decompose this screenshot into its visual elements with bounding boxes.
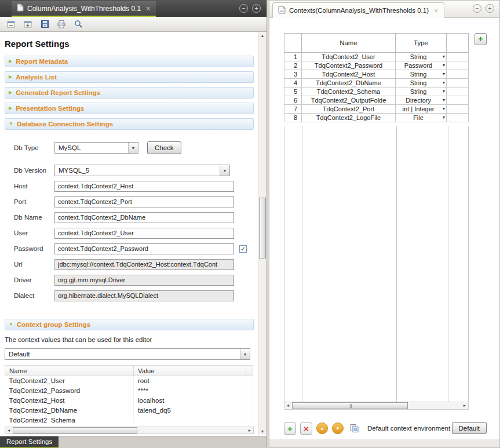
chevron-down-icon[interactable]: ▾: [443, 106, 445, 111]
context-type-cell[interactable]: String▾: [396, 88, 447, 96]
section-report-metadata[interactable]: ▶ Report Metadata: [5, 56, 254, 67]
host-input[interactable]: [54, 181, 234, 192]
context-type-cell[interactable]: Directory▾: [396, 96, 447, 105]
tab-column-analysis-report[interactable]: ColumnAnalysis_WithThresholds 0.1 ×: [12, 1, 156, 17]
context-name-cell[interactable]: TdqContext2_DbName: [302, 79, 396, 88]
column-header-value[interactable]: Value: [134, 366, 246, 376]
context-type-cell[interactable]: int | Integer▾: [396, 105, 447, 114]
move-up-button[interactable]: ▲: [316, 422, 328, 434]
password-input[interactable]: [54, 243, 234, 254]
scroll-down-icon[interactable]: ▼: [258, 428, 267, 435]
table-row: 7 TdqContext2_Port int | Integer▾: [284, 105, 469, 114]
contexts-table: Name Type 1 TdqContext2_User String▾ 2 T…: [284, 33, 469, 122]
remove-variable-button[interactable]: ×: [300, 422, 312, 435]
port-input[interactable]: [54, 196, 234, 207]
empty-cell: [447, 88, 469, 96]
context-name-cell[interactable]: TdqContext2_OutputFolde: [302, 96, 396, 105]
maximize-icon[interactable]: +: [486, 4, 494, 13]
minimize-icon[interactable]: −: [239, 4, 248, 13]
row-number-cell: 5: [284, 88, 302, 96]
chevron-down-icon[interactable]: ▾: [443, 80, 445, 85]
save-icon[interactable]: [39, 19, 50, 30]
context-name-cell[interactable]: TdqContext2_LogoFile: [302, 114, 396, 122]
context-name-cell[interactable]: TdqContext2_Port: [302, 105, 396, 114]
context-name-cell[interactable]: TdqContext2_Password: [302, 61, 396, 70]
add-context-button[interactable]: +: [475, 33, 487, 45]
context-value-cell[interactable]: root: [134, 376, 246, 386]
context-value-cell[interactable]: ****: [134, 386, 246, 396]
password-checkbox[interactable]: ✓: [239, 245, 247, 253]
context-environment-value: Default: [9, 351, 30, 358]
scroll-left-icon[interactable]: ◄: [5, 427, 12, 434]
scrollbar-thumb[interactable]: [292, 402, 408, 409]
section-presentation-settings[interactable]: ▶ Presentation Settings: [5, 103, 254, 114]
tab-title: Contexts(ColumnAnalysis_WithThresholds 0…: [289, 7, 429, 14]
minimize-icon[interactable]: −: [473, 4, 481, 13]
expand-all-icon[interactable]: [23, 19, 33, 30]
user-input[interactable]: [54, 228, 234, 239]
context-name-cell[interactable]: TdqContext2_Schema: [302, 88, 396, 96]
chevron-right-icon: ▶: [9, 75, 12, 79]
db-type-row: Db Type MySQL ▼ Check: [14, 141, 257, 155]
chevron-down-icon[interactable]: ▼: [220, 165, 229, 176]
context-type-cell[interactable]: File▾: [396, 114, 447, 122]
zoom-icon[interactable]: [73, 19, 83, 30]
context-type-cell[interactable]: String▾: [396, 79, 447, 88]
context-value-cell[interactable]: localhost: [134, 396, 246, 406]
horizontal-scrollbar[interactable]: ◄ ►: [284, 402, 469, 410]
tab-contexts[interactable]: Contexts(ColumnAnalysis_WithThresholds 0…: [272, 2, 444, 18]
context-name-cell[interactable]: TdqContext2_Host: [302, 70, 396, 79]
context-name-cell[interactable]: TdqContext2_User: [302, 53, 396, 61]
horizontal-scrollbar[interactable]: ◄ ►: [5, 427, 254, 434]
tab-report-settings[interactable]: Report Settings: [0, 436, 59, 448]
scrollbar-thumb[interactable]: [13, 427, 137, 434]
maximize-icon[interactable]: +: [252, 4, 261, 13]
section-context-group-settings[interactable]: ▼ Context group Settings: [5, 319, 254, 330]
column-header-name[interactable]: Name: [5, 366, 134, 376]
default-environment-button[interactable]: Default: [452, 422, 487, 434]
copy-contexts-icon[interactable]: [348, 422, 360, 435]
contexts-footer-toolbar: + × ▲ ▼ Default context environment Defa…: [284, 422, 495, 435]
db-version-select[interactable]: MYSQL_5 ▼: [54, 165, 230, 176]
scroll-right-icon[interactable]: ►: [246, 427, 253, 434]
empty-cell: [447, 79, 469, 88]
context-type-cell[interactable]: Password▾: [396, 61, 447, 70]
chevron-down-icon[interactable]: ▾: [443, 71, 445, 77]
context-value-cell[interactable]: talend_dq5: [134, 406, 246, 416]
type-value: String: [410, 53, 427, 60]
context-environment-select[interactable]: Default ▼: [5, 348, 250, 360]
chevron-down-icon[interactable]: ▾: [443, 97, 445, 103]
column-header-type[interactable]: Type: [396, 34, 447, 53]
scrollbar-thumb[interactable]: [259, 198, 266, 258]
add-variable-button[interactable]: +: [284, 422, 296, 435]
chevron-down-icon[interactable]: ▾: [443, 54, 445, 59]
section-analysis-list[interactable]: ▶ Analysis List: [5, 71, 254, 83]
section-generated-report-settings[interactable]: ▶ Generated Report Settings: [5, 87, 254, 99]
scroll-left-icon[interactable]: ◄: [284, 402, 291, 409]
context-value-cell[interactable]: [134, 416, 246, 423]
scroll-right-icon[interactable]: ►: [461, 402, 468, 409]
context-type-cell[interactable]: String▾: [396, 70, 447, 79]
check-connection-button[interactable]: Check: [147, 141, 181, 154]
db-name-input[interactable]: [54, 212, 234, 223]
column-header-name[interactable]: Name: [302, 34, 396, 53]
db-type-select[interactable]: MySQL ▼: [54, 142, 138, 154]
chevron-down-icon[interactable]: ▾: [443, 89, 445, 94]
context-type-cell[interactable]: String▾: [396, 53, 447, 61]
vertical-scrollbar[interactable]: ▲ ▼: [258, 32, 267, 435]
db-version-label: Db Version: [14, 167, 54, 174]
move-down-button[interactable]: ▼: [332, 422, 344, 434]
section-database-connection-settings[interactable]: ▼ Database Connection Settings: [5, 118, 254, 130]
table-row: TdqContext2_Password ****: [5, 386, 253, 396]
table-row: 1 TdqContext2_User String▾: [284, 53, 469, 61]
collapse-all-icon[interactable]: [6, 19, 16, 30]
print-icon[interactable]: [56, 19, 67, 30]
chevron-down-icon[interactable]: ▼: [240, 349, 250, 359]
chevron-down-icon[interactable]: ▾: [443, 63, 445, 68]
chevron-down-icon[interactable]: ▾: [443, 115, 445, 120]
close-icon[interactable]: ×: [146, 4, 151, 13]
url-label: Url: [14, 261, 54, 268]
chevron-down-icon[interactable]: ▼: [128, 143, 138, 153]
scroll-up-icon[interactable]: ▲: [258, 32, 267, 39]
close-icon[interactable]: ×: [434, 6, 439, 15]
